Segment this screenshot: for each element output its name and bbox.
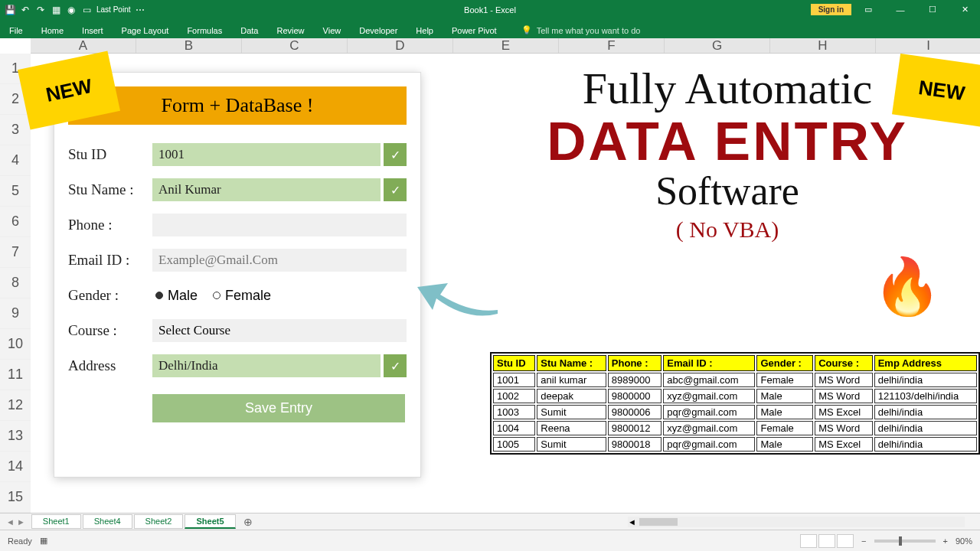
tab-review[interactable]: Review — [267, 23, 313, 38]
row-hdr[interactable]: 6 — [0, 207, 31, 237]
close-icon[interactable]: ✕ — [949, 0, 980, 19]
page-layout-view-button[interactable] — [818, 534, 835, 548]
col-hdr[interactable]: I — [876, 38, 980, 53]
status-text: Ready — [8, 536, 32, 546]
stuid-input[interactable] — [152, 143, 381, 166]
table-cell: delhi/india — [874, 437, 977, 452]
table-cell: Reena — [537, 421, 606, 435]
sheet-tab[interactable]: Sheet5 — [185, 514, 235, 529]
col-hdr[interactable]: A — [31, 38, 136, 53]
email-input[interactable] — [152, 249, 407, 272]
check-icon: ✓ — [384, 354, 407, 377]
tab-view[interactable]: View — [314, 23, 351, 38]
title-bar: 💾 ↶ ↷ ▦ ◉ ▭ Last Point ⋯ Book1 - Excel S… — [0, 0, 980, 19]
table-header: Stu Name : — [537, 355, 606, 371]
bulb-icon: 💡 — [521, 25, 532, 35]
tab-powerpivot[interactable]: Power Pivot — [443, 23, 506, 38]
table-cell: 1004 — [493, 421, 535, 435]
row-hdr[interactable]: 10 — [0, 329, 31, 360]
promo-line2: DATA ENTRY — [467, 114, 980, 168]
table-cell: 9800000 — [608, 389, 662, 403]
add-sheet-button[interactable]: ⊕ — [236, 516, 260, 528]
tab-formulas[interactable]: Formulas — [178, 23, 231, 38]
sheet-tab[interactable]: Sheet1 — [31, 514, 81, 529]
col-hdr[interactable]: G — [665, 38, 770, 53]
col-hdr[interactable]: C — [242, 38, 348, 53]
sort-icon[interactable]: ▦ — [51, 5, 61, 15]
col-hdr[interactable]: D — [348, 38, 453, 53]
phone-label: Phone : — [68, 217, 152, 233]
table-cell: 9800018 — [608, 437, 662, 452]
sheet-tab[interactable]: Sheet4 — [83, 514, 132, 529]
gender-male-radio[interactable]: Male — [155, 288, 198, 304]
row-hdr[interactable]: 11 — [0, 360, 31, 390]
table-cell: Female — [756, 421, 813, 435]
redo-icon[interactable]: ↷ — [35, 5, 46, 15]
tab-help[interactable]: Help — [407, 23, 443, 38]
tab-home[interactable]: Home — [32, 23, 73, 38]
table-cell: 8989000 — [608, 373, 662, 387]
col-hdr[interactable]: F — [559, 38, 665, 53]
ribbon-options-icon[interactable]: ▭ — [853, 0, 884, 19]
row-hdr[interactable]: 3 — [0, 115, 31, 145]
grid-content[interactable]: Form + DataBase ! Stu ID ✓ Stu Name : ✓ … — [31, 54, 980, 530]
tab-data[interactable]: Data — [231, 23, 267, 38]
tab-file[interactable]: File — [0, 23, 32, 38]
table-row: 1002deepak9800000xyz@gmail.comMaleMS Wor… — [493, 389, 977, 403]
zoom-in-button[interactable]: + — [943, 536, 948, 546]
row-hdr[interactable]: 5 — [0, 176, 31, 207]
macro-icon[interactable]: ▦ — [40, 536, 47, 546]
course-select[interactable] — [152, 319, 407, 342]
maximize-icon[interactable]: ☐ — [917, 0, 948, 19]
sheet-tab[interactable]: Sheet2 — [134, 514, 184, 529]
row-hdr[interactable]: 4 — [0, 145, 31, 176]
address-input[interactable] — [152, 354, 381, 377]
sheet-tab-bar: ◄ ► Sheet1Sheet4Sheet2Sheet5 ⊕ ◄ — [0, 513, 980, 530]
data-entry-form: Form + DataBase ! Stu ID ✓ Stu Name : ✓ … — [54, 72, 421, 478]
col-hdr[interactable]: H — [770, 38, 876, 53]
col-hdr[interactable]: E — [453, 38, 559, 53]
row-hdr[interactable]: 9 — [0, 298, 31, 329]
row-hdr[interactable]: 7 — [0, 237, 31, 268]
table-cell: deepak — [537, 389, 606, 403]
zoom-level[interactable]: 90% — [956, 536, 972, 546]
row-hdr[interactable]: 13 — [0, 421, 31, 452]
female-label: Female — [225, 288, 271, 304]
camera-icon[interactable]: ◉ — [66, 5, 77, 15]
table-cell: Male — [756, 437, 813, 452]
tab-pagelayout[interactable]: Page Layout — [113, 23, 178, 38]
tab-nav[interactable]: ◄ ► — [0, 517, 31, 527]
scroll-left-icon[interactable]: ◄ — [628, 517, 636, 527]
check-icon: ✓ — [384, 143, 407, 166]
tab-insert[interactable]: Insert — [73, 23, 113, 38]
stuname-input[interactable] — [152, 178, 381, 201]
zoom-out-button[interactable]: − — [861, 536, 866, 546]
row-hdr[interactable]: 8 — [0, 268, 31, 298]
table-cell: delhi/india — [874, 421, 977, 435]
row-hdr[interactable]: 12 — [0, 390, 31, 421]
gender-female-radio[interactable]: Female — [213, 288, 271, 304]
table-row: 1003Sumit9800006pqr@gmail.comMaleMS Exce… — [493, 405, 977, 419]
page-break-view-button[interactable] — [837, 534, 854, 548]
horizontal-scrollbar[interactable]: ◄ — [628, 517, 965, 527]
table-cell: MS Word — [815, 421, 872, 435]
normal-view-button[interactable] — [800, 534, 817, 548]
save-icon[interactable]: 💾 — [5, 5, 15, 15]
column-headers: A B C D E F G H I — [31, 38, 980, 54]
col-hdr[interactable]: B — [136, 38, 242, 53]
row-hdr[interactable]: 14 — [0, 452, 31, 482]
minimize-icon[interactable]: — — [885, 0, 916, 19]
more-icon[interactable]: ⋯ — [135, 5, 145, 15]
row-hdr[interactable]: 15 — [0, 482, 31, 513]
save-entry-button[interactable]: Save Entry — [152, 394, 405, 422]
male-label: Male — [168, 288, 198, 304]
tell-me-search[interactable]: 💡 Tell me what you want to do — [521, 25, 641, 38]
tab-developer[interactable]: Developer — [350, 23, 407, 38]
zoom-slider[interactable] — [874, 540, 936, 543]
table-cell: Male — [756, 405, 813, 419]
scroll-thumb[interactable] — [639, 518, 678, 526]
undo-icon[interactable]: ↶ — [20, 5, 31, 15]
signin-button[interactable]: Sign in — [811, 4, 851, 15]
shape-icon[interactable]: ▭ — [81, 5, 92, 15]
phone-input[interactable] — [152, 214, 407, 236]
